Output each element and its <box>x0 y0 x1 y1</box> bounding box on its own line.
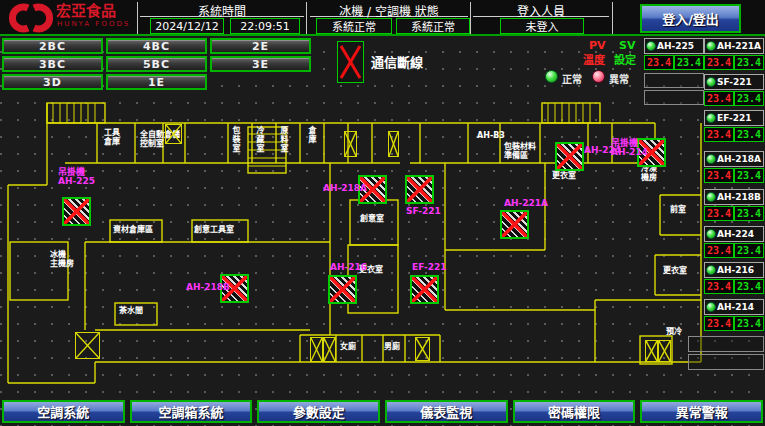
equipment-label-ah-218b: AH-218B <box>186 283 230 292</box>
unit-values: 23.423.4 <box>704 206 764 221</box>
unit-run-lamp-icon <box>706 229 716 239</box>
unit-sv-value: 23.4 <box>734 91 764 106</box>
equipment-label-ef-221: EF-221 <box>412 263 447 272</box>
room-label: 預冷 <box>666 327 682 336</box>
unit-sv-value: 23.4 <box>734 279 764 294</box>
unit-values: 23.423.4 <box>704 168 764 183</box>
equipment-label-ah-216: AH-216 <box>330 263 367 272</box>
room-label: 茶水間 <box>119 306 143 315</box>
unit-pv-value: 23.4 <box>704 91 734 106</box>
unit-pv-value: 23.4 <box>704 206 734 221</box>
shaft-icon <box>165 124 182 144</box>
room-label: 女廁 <box>340 342 356 351</box>
unit-values: 23.423.4 <box>704 55 764 70</box>
unit-run-lamp-icon <box>706 113 716 123</box>
unit-name-label: SF-221 <box>717 77 752 87</box>
equipment-label-ah-225: 吊掛機 AH-225 <box>58 168 95 186</box>
room-label: 冰機 主機房 <box>50 250 74 268</box>
unit-sv-value: 23.4 <box>734 316 764 331</box>
equipment-label-ah-214: 吊掛機 AH-214 <box>611 139 648 157</box>
shaft-icon <box>75 332 100 359</box>
shaft-icon <box>415 337 430 361</box>
unit-button-ah-216[interactable]: AH-216 <box>704 262 764 278</box>
shaft-icon <box>645 340 658 362</box>
room-label: 原料室 <box>279 126 288 153</box>
room-label: 前室 <box>670 205 686 214</box>
room-label: AH-B3 <box>477 131 505 140</box>
equipment-label-ah-218a: AH-218A <box>323 184 367 193</box>
unit-values: 23.423.4 <box>704 127 764 142</box>
room-label: 包裝室 <box>231 126 240 153</box>
unit-run-lamp-icon <box>706 265 716 275</box>
unit-button-ah-225[interactable]: AH-225 <box>644 38 704 54</box>
unit-button-ef-221[interactable]: EF-221 <box>704 110 764 126</box>
unit-run-lamp-icon <box>706 77 716 87</box>
unit-name-label: EF-221 <box>717 113 752 123</box>
room-label: 男廁 <box>384 342 400 351</box>
unit-pv-value: 23.4 <box>704 127 734 142</box>
ahu-icon-ah-224[interactable] <box>555 142 584 171</box>
unit-pv-value: 23.4 <box>704 55 734 70</box>
unit-sv-value: 23.4 <box>734 168 764 183</box>
unit-name-label: AH-225 <box>657 41 694 51</box>
room-label: 創意工具室 <box>194 225 234 234</box>
shaft-icon <box>658 340 671 362</box>
unit-values: 23.423.4 <box>644 55 704 70</box>
unit-run-lamp-icon <box>706 154 716 164</box>
nav-button-5[interactable]: 異常警報 <box>640 400 763 423</box>
unit-values: 23.423.4 <box>704 243 764 258</box>
nav-button-2[interactable]: 參數設定 <box>257 400 380 423</box>
unit-values: 23.423.4 <box>704 279 764 294</box>
nav-button-1[interactable]: 空調箱系統 <box>130 400 253 423</box>
unit-name-label: AH-214 <box>717 302 754 312</box>
unit-sv-value: 23.4 <box>674 55 704 70</box>
empty-unit-slot <box>688 336 764 352</box>
empty-unit-slot <box>688 354 764 370</box>
empty-unit-slot <box>644 73 704 88</box>
unit-sv-value: 23.4 <box>734 127 764 142</box>
unit-run-lamp-icon <box>646 41 656 51</box>
unit-name-label: AH-218A <box>717 154 761 164</box>
nav-button-4[interactable]: 密碼權限 <box>513 400 636 423</box>
room-label: 資材倉庫區 <box>113 225 153 234</box>
equipment-label-sf-221: SF-221 <box>406 207 441 216</box>
ahu-icon-ah-225[interactable] <box>62 197 91 226</box>
room-label: 創意室 <box>360 214 384 223</box>
nav-button-3[interactable]: 儀表監視 <box>385 400 508 423</box>
room-label: 倉庫 <box>307 126 316 144</box>
unit-values: 23.423.4 <box>704 316 764 331</box>
equipment-label-ah-221a: AH-221A <box>504 199 548 208</box>
unit-name-label: AH-216 <box>717 265 754 275</box>
unit-run-lamp-icon <box>706 302 716 312</box>
ahu-icon-sf-221[interactable] <box>405 175 434 204</box>
unit-button-ah-218a[interactable]: AH-218A <box>704 151 764 167</box>
unit-name-label: AH-218B <box>717 192 761 202</box>
ahu-icon-ah-221a[interactable] <box>500 210 529 239</box>
unit-pv-value: 23.4 <box>704 243 734 258</box>
room-label: 包裝材料 準備區 <box>504 142 536 160</box>
unit-button-ah-218b[interactable]: AH-218B <box>704 189 764 205</box>
room-label: 工具 倉庫 <box>104 128 120 146</box>
unit-button-ah-214[interactable]: AH-214 <box>704 299 764 315</box>
ahu-icon-ah-216[interactable] <box>328 275 357 304</box>
unit-sv-value: 23.4 <box>734 55 764 70</box>
bottom-nav: 空調系統空調箱系統參數設定儀表監視密碼權限異常警報 <box>2 400 763 423</box>
nav-button-0[interactable]: 空調系統 <box>2 400 125 423</box>
unit-pv-value: 23.4 <box>644 55 674 70</box>
unit-name-label: AH-221A <box>717 41 761 51</box>
unit-pv-value: 23.4 <box>704 168 734 183</box>
empty-unit-slot <box>644 90 704 105</box>
unit-values: 23.423.4 <box>704 91 764 106</box>
unit-sv-value: 23.4 <box>734 243 764 258</box>
shaft-icon <box>388 131 399 157</box>
unit-button-ah-221a[interactable]: AH-221A <box>704 38 764 54</box>
unit-button-sf-221[interactable]: SF-221 <box>704 74 764 90</box>
ahu-icon-ef-221[interactable] <box>410 275 439 304</box>
shaft-icon <box>310 337 323 362</box>
room-label: 冷藏室 <box>255 126 264 153</box>
unit-sv-value: 23.4 <box>734 206 764 221</box>
unit-button-ah-224[interactable]: AH-224 <box>704 226 764 242</box>
unit-run-lamp-icon <box>706 41 716 51</box>
unit-name-label: AH-224 <box>717 229 754 239</box>
shaft-icon <box>344 131 357 157</box>
